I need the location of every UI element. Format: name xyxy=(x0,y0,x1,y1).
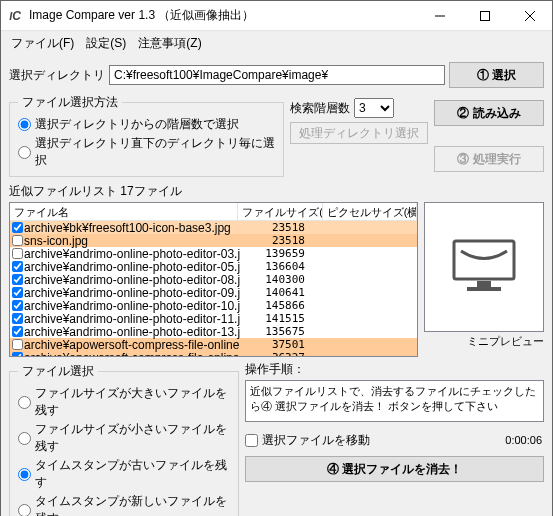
table-row[interactable]: archive¥andrimo-online-photo-editor-09.j… xyxy=(10,286,417,299)
row-filename: archive¥andrimo-online-photo-editor-11.j… xyxy=(24,312,240,326)
maximize-button[interactable] xyxy=(462,1,507,31)
row-size: 136604 xyxy=(240,260,325,273)
row-filename: archive¥andrimo-online-photo-editor-08.j… xyxy=(24,273,240,287)
preview-label: ミニプレビュー xyxy=(424,334,544,349)
minimize-button[interactable] xyxy=(417,1,462,31)
col-filesize[interactable]: ファイルサイズ(byte) xyxy=(238,203,322,220)
filesel-fieldset: ファイル選択 ファイルサイズが大きいファイルを残す ファイルサイズが小さいファイ… xyxy=(9,363,239,516)
filesel-r2[interactable]: ファイルサイズが小さいファイルを残す xyxy=(18,420,230,456)
row-checkbox[interactable] xyxy=(12,248,23,259)
close-button[interactable] xyxy=(507,1,552,31)
row-filename: archive¥apowersoft-compress-file-online-… xyxy=(24,338,240,352)
method-radio-depth[interactable]: 選択ディレクトリからの階層数で選択 xyxy=(18,115,275,134)
row-checkbox[interactable] xyxy=(12,235,23,246)
row-checkbox[interactable] xyxy=(12,339,23,350)
window-title: Image Compare ver 1.3 （近似画像抽出） xyxy=(29,7,417,24)
depth-select[interactable]: 3 xyxy=(354,98,394,118)
row-checkbox[interactable] xyxy=(12,300,23,311)
depth-label: 検索階層数 xyxy=(290,100,350,117)
table-row[interactable]: archive¥apowersoft-compress-file-online-… xyxy=(10,338,417,351)
svg-rect-5 xyxy=(477,281,491,287)
row-filename: archive¥andrimo-online-photo-editor-10.j… xyxy=(24,299,240,313)
ops-text: 近似ファイルリストで、消去するファイルにチェックしたら④ 選択ファイルを消去！ … xyxy=(245,380,544,422)
dir-label: 選択ディレクトリ xyxy=(9,67,105,84)
table-row[interactable]: sns-icon.jpg23518 xyxy=(10,234,417,247)
row-checkbox[interactable] xyxy=(12,222,23,233)
timer: 0:00:06 xyxy=(503,430,544,450)
row-size: 23518 xyxy=(240,221,325,234)
table-row[interactable]: archive¥andrimo-online-photo-editor-08.j… xyxy=(10,273,417,286)
menu-notes[interactable]: 注意事項(Z) xyxy=(134,33,205,54)
filesel-legend: ファイル選択 xyxy=(18,363,98,380)
table-row[interactable]: archive¥bk¥freesoft100-icon-base3.jpg235… xyxy=(10,221,417,234)
row-filename: archive¥andrimo-online-photo-editor-13.j… xyxy=(24,325,240,339)
menu-settings[interactable]: 設定(S) xyxy=(82,33,130,54)
table-row[interactable]: archive¥andrimo-online-photo-editor-11.j… xyxy=(10,312,417,325)
filesel-r4[interactable]: タイムスタンプが新しいファイルを残す xyxy=(18,492,230,516)
list-title: 近似ファイルリスト 17ファイル xyxy=(9,183,544,200)
row-size: 23518 xyxy=(240,234,325,247)
row-filename: archive¥apowersoft-compress-file-online-… xyxy=(24,351,240,358)
method-legend: ファイル選択方法 xyxy=(18,94,122,111)
method-fieldset: ファイル選択方法 選択ディレクトリからの階層数で選択 選択ディレクトリ直下のディ… xyxy=(9,94,284,177)
row-size: 37501 xyxy=(240,338,325,351)
table-row[interactable]: archive¥andrimo-online-photo-editor-05.j… xyxy=(10,260,417,273)
row-size: 140641 xyxy=(240,286,325,299)
app-icon: IC xyxy=(7,8,23,24)
row-size: 139659 xyxy=(240,247,325,260)
dir-input[interactable] xyxy=(109,65,445,85)
row-size: 141515 xyxy=(240,312,325,325)
row-filename: sns-icon.jpg xyxy=(24,234,240,248)
table-row[interactable]: archive¥andrimo-online-photo-editor-03.j… xyxy=(10,247,417,260)
filesel-r1[interactable]: ファイルサイズが大きいファイルを残す xyxy=(18,384,230,420)
proc-dir-button: 処理ディレクトリ選択 xyxy=(290,122,428,144)
col-pixelsize[interactable]: ピクセルサイズ(横・縦) xyxy=(323,203,417,220)
move-checkbox[interactable]: 選択ファイルを移動 xyxy=(245,431,370,450)
filesel-r3[interactable]: タイムスタンプが古いファイルを残す xyxy=(18,456,230,492)
svg-rect-1 xyxy=(480,11,489,20)
row-checkbox[interactable] xyxy=(12,326,23,337)
row-filename: archive¥andrimo-online-photo-editor-05.j… xyxy=(24,260,240,274)
row-checkbox[interactable] xyxy=(12,287,23,298)
row-size: 36327 xyxy=(240,351,325,357)
table-row[interactable]: archive¥apowersoft-compress-file-online-… xyxy=(10,351,417,357)
app-window: IC Image Compare ver 1.3 （近似画像抽出） ファイル(F… xyxy=(0,0,553,516)
row-size: 145866 xyxy=(240,299,325,312)
row-size: 135675 xyxy=(240,325,325,338)
row-filename: archive¥bk¥freesoft100-icon-base3.jpg xyxy=(24,221,240,235)
menu-file[interactable]: ファイル(F) xyxy=(7,33,78,54)
select-dir-button[interactable]: ① 選択 xyxy=(449,62,544,88)
row-checkbox[interactable] xyxy=(12,261,23,272)
ops-label: 操作手順： xyxy=(245,361,544,378)
col-filename[interactable]: ファイル名 xyxy=(10,203,238,220)
row-filename: archive¥andrimo-online-photo-editor-03.j… xyxy=(24,247,240,261)
preview-box xyxy=(424,202,544,332)
row-checkbox[interactable] xyxy=(12,352,23,357)
load-button[interactable]: ② 読み込み xyxy=(434,100,544,126)
run-button: ③ 処理実行 xyxy=(434,146,544,172)
svg-rect-6 xyxy=(467,287,501,291)
method-radio-subdir[interactable]: 選択ディレクトリ直下のディレクトリ毎に選択 xyxy=(18,134,275,170)
row-checkbox[interactable] xyxy=(12,274,23,285)
delete-button[interactable]: ④ 選択ファイルを消去！ xyxy=(245,456,544,482)
table-row[interactable]: archive¥andrimo-online-photo-editor-13.j… xyxy=(10,325,417,338)
table-row[interactable]: archive¥andrimo-online-photo-editor-10.j… xyxy=(10,299,417,312)
file-list[interactable]: ファイル名 ファイルサイズ(byte) ピクセルサイズ(横・縦) archive… xyxy=(9,202,418,357)
menubar: ファイル(F) 設定(S) 注意事項(Z) xyxy=(1,31,552,56)
titlebar[interactable]: IC Image Compare ver 1.3 （近似画像抽出） xyxy=(1,1,552,31)
row-checkbox[interactable] xyxy=(12,313,23,324)
monitor-icon xyxy=(449,236,519,299)
row-size: 140300 xyxy=(240,273,325,286)
row-filename: archive¥andrimo-online-photo-editor-09.j… xyxy=(24,286,240,300)
list-header: ファイル名 ファイルサイズ(byte) ピクセルサイズ(横・縦) xyxy=(10,203,417,221)
